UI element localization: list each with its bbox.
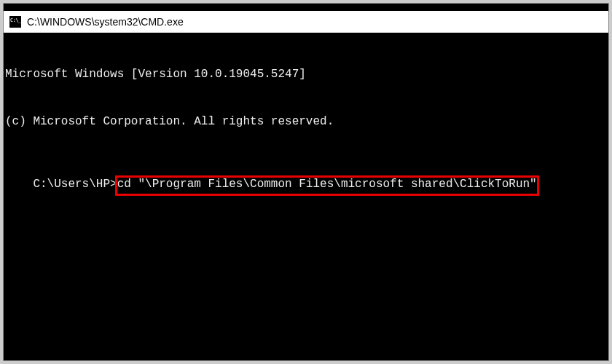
titlebar[interactable]: C:\WINDOWS\system32\CMD.exe <box>4 11 608 33</box>
cmd-icon <box>9 16 21 28</box>
window-title: C:\WINDOWS\system32\CMD.exe <box>27 16 184 28</box>
command-text: cd "\Program Files\Common Files\microsof… <box>117 178 537 191</box>
prompt-line: C:\Users\HP>cd "\Program Files\Common Fi… <box>33 177 536 193</box>
crop-artifact <box>4 4 608 11</box>
terminal-area[interactable]: Microsoft Windows [Version 10.0.19045.52… <box>4 33 608 360</box>
version-line: Microsoft Windows [Version 10.0.19045.52… <box>5 67 608 83</box>
copyright-line: (c) Microsoft Corporation. All rights re… <box>5 114 608 130</box>
prompt-text: C:\Users\HP> <box>33 178 117 191</box>
cmd-window: C:\WINDOWS\system32\CMD.exe Microsoft Wi… <box>3 3 609 361</box>
